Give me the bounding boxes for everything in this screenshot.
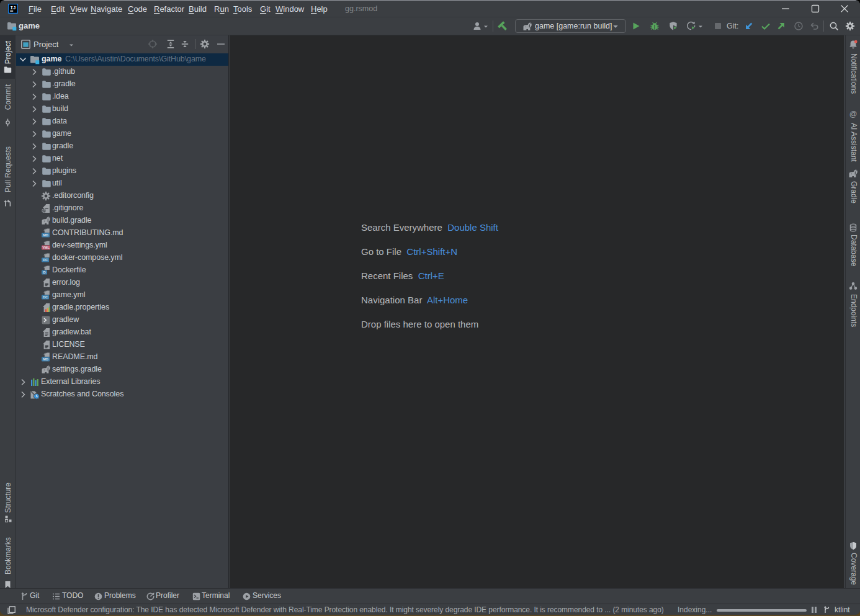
svg-text:DC: DC	[43, 295, 48, 299]
svg-text:DC: DC	[43, 258, 48, 262]
svg-text:D: D	[43, 270, 46, 274]
svg-text:MD: MD	[43, 233, 48, 237]
svg-text:YML: YML	[42, 246, 50, 249]
svg-text:IJ: IJ	[10, 6, 16, 11]
svg-text:MD: MD	[43, 357, 48, 361]
svg-text:@: @	[849, 110, 858, 118]
